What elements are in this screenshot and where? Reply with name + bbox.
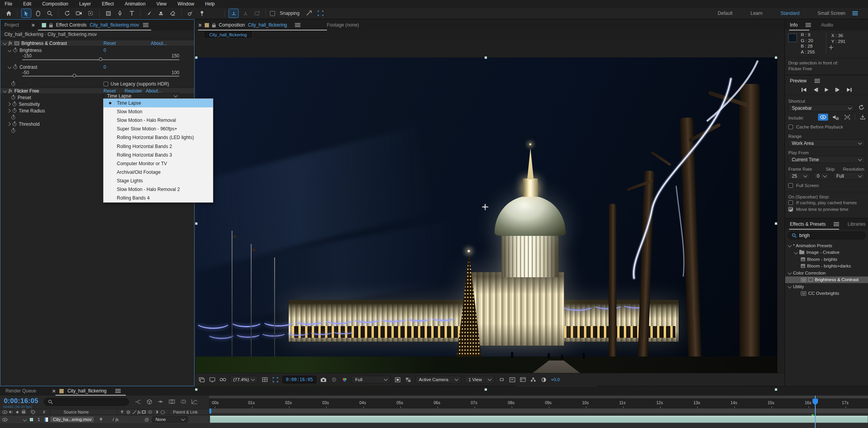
workspace-default[interactable]: Default: [718, 11, 732, 16]
hand-tool-icon[interactable]: [33, 9, 43, 18]
view-axis-mode-icon[interactable]: [252, 9, 262, 18]
selection-handle[interactable]: [195, 222, 198, 225]
tree-item-color-correction[interactable]: Color Correction: [785, 269, 868, 276]
layer-row[interactable]: 1 City_ha...ering.mov / fx @ None: [0, 416, 209, 423]
rotation-tool-icon[interactable]: [63, 9, 72, 18]
twirl-closed-icon[interactable]: [7, 122, 11, 126]
reset-exposure-icon[interactable]: [540, 376, 547, 383]
frame-blending-icon[interactable]: [169, 399, 175, 405]
twirl-closed-icon[interactable]: [7, 102, 11, 106]
tree-item-bloom-brights[interactable]: Bloom - brights: [785, 256, 868, 263]
layer-duration-bar[interactable]: [210, 416, 868, 423]
close-icon[interactable]: [198, 23, 202, 27]
lock-column-icon[interactable]: [20, 409, 27, 415]
resolution-select[interactable]: Full: [833, 172, 865, 180]
stopwatch-icon[interactable]: [11, 82, 15, 86]
composition-viewer[interactable]: [195, 39, 784, 373]
close-icon[interactable]: [52, 389, 55, 393]
menu-item-window[interactable]: Window: [177, 1, 194, 7]
tab-audio[interactable]: Audio: [821, 22, 833, 28]
panel-menu-icon[interactable]: [805, 23, 811, 27]
layer-quality-icon[interactable]: [98, 417, 104, 423]
slider-handle[interactable]: [73, 74, 76, 77]
menu-item-layer[interactable]: Layer: [79, 1, 91, 7]
twirl-open-icon[interactable]: [8, 48, 12, 52]
effect-switch-icon[interactable]: [125, 409, 131, 415]
anchor-point-crosshair[interactable]: [482, 204, 488, 210]
snapping-checkbox[interactable]: [270, 11, 275, 16]
motion-blur-switch-icon[interactable]: [147, 409, 153, 415]
dropdown-item-time-lapse[interactable]: Time Lapse: [104, 99, 213, 107]
reset-shortcut-icon[interactable]: [858, 104, 864, 112]
home-icon[interactable]: [4, 9, 13, 18]
dropdown-item-rolling-horizontal-bands-led-lights[interactable]: Rolling Horizontal Bands (LED lights): [104, 133, 213, 142]
stopwatch-icon[interactable]: [13, 102, 16, 106]
lock-icon[interactable]: [49, 25, 53, 27]
effects-search-box[interactable]: [788, 232, 866, 239]
selection-handle[interactable]: [484, 56, 487, 59]
tab-effect-controls-doc[interactable]: City_hall_flickering.mov: [90, 22, 139, 28]
tab-render-queue[interactable]: Render Queue: [5, 388, 36, 394]
frame-rate-select[interactable]: 25: [788, 172, 810, 180]
puppet-pin-tool-icon[interactable]: [197, 9, 207, 18]
if-caching-checkbox[interactable]: [788, 200, 793, 205]
panel-menu-icon[interactable]: [295, 23, 300, 27]
tree-item-brightness-contrast[interactable]: 32Brightness & Contrast: [785, 276, 868, 284]
tab-composition[interactable]: Composition: [219, 22, 245, 28]
contrast-slider[interactable]: [22, 74, 179, 78]
tab-timeline-comp[interactable]: City_hall_flickering: [68, 388, 107, 394]
dropdown-item-slow-motion-halo-removal-2[interactable]: Slow Motion - Halo Removal 2: [104, 185, 213, 194]
workspace-learn[interactable]: Learn: [750, 11, 763, 16]
world-axis-mode-icon[interactable]: [241, 9, 250, 18]
timeline-scrollbar[interactable]: [209, 396, 868, 399]
dropdown-item-stage-lights[interactable]: Stage Lights: [104, 177, 213, 185]
camera-tool-icon[interactable]: [74, 9, 84, 18]
primary-viewer-icon[interactable]: [209, 376, 216, 383]
selection-handle[interactable]: [775, 388, 777, 391]
timeline-search-input[interactable]: [55, 399, 98, 405]
roto-brush-tool-icon[interactable]: [186, 9, 195, 18]
skip-select[interactable]: 0: [813, 172, 830, 180]
move-time-checkbox[interactable]: [788, 207, 793, 212]
dropdown-item-rolling-horizontal-bands-2[interactable]: Rolling Horizontal Bands 2: [104, 142, 213, 150]
adjustment-layer-switch-icon[interactable]: [153, 409, 159, 415]
pan-behind-tool-icon[interactable]: [86, 9, 95, 18]
source-name-column-header[interactable]: Source Name: [64, 410, 89, 414]
local-axis-mode-icon[interactable]: [229, 9, 238, 18]
pixel-aspect-correction-icon[interactable]: [509, 376, 516, 383]
workspace-small-screen[interactable]: Small Screen: [818, 11, 845, 16]
tab-libraries[interactable]: Libraries: [848, 221, 866, 227]
twirl-open-icon[interactable]: [794, 250, 798, 254]
include-video-eye-icon[interactable]: [818, 114, 828, 121]
dropdown-item-slow-motion[interactable]: Slow Motion: [104, 107, 213, 116]
timeline-button-icon[interactable]: [519, 376, 526, 383]
range-select[interactable]: Work Area: [788, 139, 865, 147]
dropdown-item-rolling-bands-4[interactable]: Rolling Bands 4: [104, 194, 213, 202]
menu-item-file[interactable]: File: [5, 1, 12, 7]
search-input[interactable]: [799, 233, 842, 238]
timeline-ruler-zone[interactable]: :00s01s02s03s04s05s06s07s08s09s10s11s12s…: [209, 396, 868, 428]
tree-item-utility[interactable]: Utility: [785, 283, 868, 290]
tab-project[interactable]: Project: [4, 22, 19, 28]
work-area-start-handle[interactable]: [209, 408, 211, 414]
cache-before-playback-checkbox[interactable]: [788, 125, 793, 129]
always-preview-icon[interactable]: [198, 376, 205, 383]
brightness-slider[interactable]: [22, 57, 179, 61]
full-screen-checkbox[interactable]: [788, 183, 793, 188]
transparency-grid-icon[interactable]: [405, 376, 412, 383]
tree-item-bloom-brights-darks[interactable]: Bloom - brights+darks: [785, 263, 868, 270]
include-audio-muted-icon[interactable]: [831, 114, 840, 121]
flowchart-icon[interactable]: [530, 376, 537, 383]
shortcut-select[interactable]: Spacebar: [788, 104, 855, 112]
draft-3d-icon[interactable]: [146, 399, 152, 405]
zoom-tool-icon[interactable]: [45, 9, 54, 18]
tab-effect-controls[interactable]: Effect Controls: [56, 22, 86, 28]
effect-header-brightness-contrast[interactable]: fx Brightness & Contrast Reset About...: [0, 40, 194, 46]
share-view-icon[interactable]: [498, 376, 505, 383]
stopwatch-icon[interactable]: [13, 122, 16, 126]
layer-eye-icon[interactable]: [2, 417, 8, 423]
selection-handle[interactable]: [775, 222, 777, 225]
menu-item-view[interactable]: View: [157, 1, 167, 7]
show-snapshot-icon[interactable]: [330, 376, 338, 383]
first-frame-button[interactable]: [801, 87, 807, 92]
